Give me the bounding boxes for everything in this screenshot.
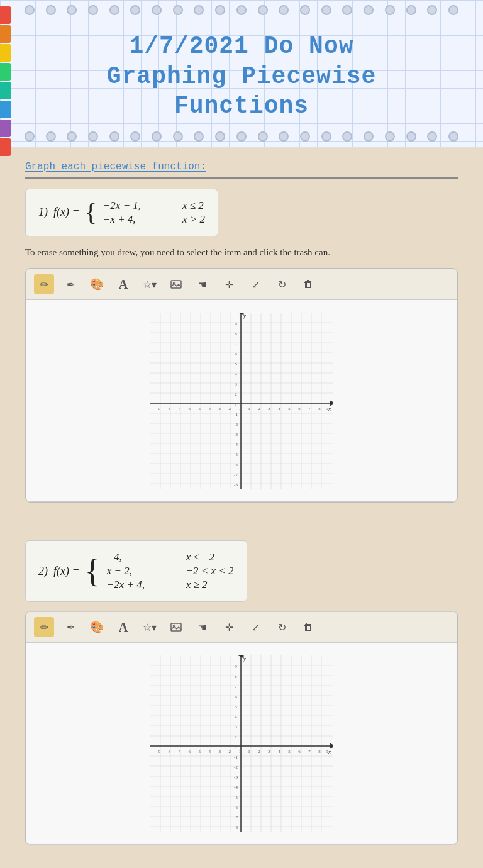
svg-text:-4: -4: [207, 406, 211, 411]
hole: [88, 131, 98, 142]
text-button-2[interactable]: A: [113, 617, 133, 637]
hole: [25, 131, 35, 142]
trash-button-2[interactable]: 🗑: [298, 617, 318, 637]
pen-button[interactable]: ✒: [60, 274, 80, 294]
svg-text:-1: -1: [237, 749, 241, 754]
case-2-cond-3: x ≥ 2: [186, 579, 208, 591]
tab-red: [0, 6, 11, 24]
hole: [109, 5, 119, 15]
hole: [448, 131, 458, 142]
svg-text:-4: -4: [234, 785, 238, 790]
case-1-expr-2: −x + 4,: [103, 213, 172, 226]
svg-text:1: 1: [235, 402, 237, 407]
trash-button[interactable]: 🗑: [298, 274, 318, 294]
svg-text:3: 3: [235, 725, 237, 730]
svg-text:-2: -2: [227, 749, 231, 754]
svg-rect-75: [171, 623, 181, 631]
hole: [236, 131, 247, 142]
svg-text:-2: -2: [234, 765, 238, 770]
case-1-cond-1: x ≤ 2: [182, 199, 204, 212]
hole: [279, 5, 289, 15]
svg-text:-3: -3: [234, 432, 238, 437]
graph-container-2: x y -9 -8 -7 -6 -5 -4 -3 -2 -1 1 2: [26, 643, 457, 845]
hole: [67, 131, 77, 142]
hole: [173, 131, 183, 142]
pen-button-2[interactable]: ✒: [60, 617, 80, 637]
svg-text:-4: -4: [234, 442, 238, 447]
hole: [130, 5, 140, 15]
svg-text:-1: -1: [237, 406, 241, 411]
svg-text:3: 3: [235, 382, 237, 387]
expand-button-2[interactable]: ⤢: [245, 617, 265, 637]
piecewise-1: { −2x − 1, x ≤ 2 −x + 4, x > 2: [85, 199, 205, 226]
image-button[interactable]: [166, 274, 186, 294]
hole: [173, 5, 183, 15]
hole: [427, 131, 437, 142]
graph-svg-2: x y -9 -8 -7 -6 -5 -4 -3 -2 -1 1 2: [150, 655, 333, 832]
svg-text:6: 6: [235, 352, 237, 357]
svg-text:4: 4: [278, 749, 280, 754]
tab-blue: [0, 101, 11, 118]
tab-teal: [0, 82, 11, 99]
svg-text:-8: -8: [167, 406, 170, 411]
svg-text:-1: -1: [234, 755, 238, 760]
svg-text:2: 2: [235, 392, 237, 397]
hole: [258, 5, 268, 15]
expand-button[interactable]: ⤢: [245, 274, 265, 294]
function-2-box: 2) f(x) = { −4, x ≤ −2 x − 2, −2 < x < 2: [25, 540, 247, 602]
problem-2-section: 2) f(x) = { −4, x ≤ −2 x − 2, −2 < x < 2: [25, 540, 458, 845]
svg-text:7: 7: [235, 342, 237, 347]
svg-text:-8: -8: [234, 825, 238, 830]
move-button[interactable]: ✛: [219, 274, 239, 294]
svg-text:6: 6: [298, 406, 301, 411]
star-button[interactable]: ☆▾: [140, 274, 160, 294]
svg-text:-5: -5: [234, 452, 238, 457]
svg-text:7: 7: [235, 684, 237, 689]
svg-text:3: 3: [268, 406, 270, 411]
hole: [25, 5, 35, 15]
refresh-button-2[interactable]: ↻: [272, 617, 292, 637]
graph-area-1: x y -9 -8 -7 -6 -5 -4 -3 -2 -1 1: [150, 313, 333, 489]
case-2-expr-2: x − 2,: [107, 565, 176, 577]
svg-text:9: 9: [326, 406, 328, 411]
hole: [236, 5, 247, 15]
hole: [279, 131, 289, 142]
piecewise-2: { −4, x ≤ −2 x − 2, −2 < x < 2 −2x + 4,: [85, 551, 234, 591]
star-button-2[interactable]: ☆▾: [140, 617, 160, 637]
hole: [300, 131, 310, 142]
svg-text:4: 4: [235, 372, 237, 377]
text-button[interactable]: A: [113, 274, 133, 294]
image-button-2[interactable]: [166, 617, 186, 637]
color-button[interactable]: 🎨: [87, 274, 107, 294]
hand-button[interactable]: ☚: [192, 274, 213, 294]
cases-2: −4, x ≤ −2 x − 2, −2 < x < 2 −2x + 4, x …: [107, 551, 234, 591]
svg-text:9: 9: [235, 321, 237, 326]
svg-text:6: 6: [298, 749, 301, 754]
brace-icon-2: {: [85, 555, 101, 587]
svg-text:x: x: [328, 748, 331, 755]
case-1-row-1: −2x − 1, x ≤ 2: [103, 199, 205, 212]
svg-text:2: 2: [258, 406, 260, 411]
pencil-button[interactable]: ✏: [34, 274, 54, 294]
pencil-button-2[interactable]: ✏: [34, 617, 54, 637]
hole: [88, 5, 98, 15]
hole: [109, 131, 119, 142]
svg-rect-0: [171, 281, 181, 288]
move-button-2[interactable]: ✛: [219, 617, 239, 637]
spacer-1: [25, 521, 458, 540]
hole: [448, 5, 458, 15]
svg-text:7: 7: [308, 749, 311, 754]
svg-text:-9: -9: [157, 406, 160, 411]
tab-yellow: [0, 44, 11, 62]
color-button-2[interactable]: 🎨: [87, 617, 107, 637]
hole: [46, 131, 56, 142]
hole: [427, 5, 437, 15]
hand-button-2[interactable]: ☚: [192, 617, 213, 637]
tab-orange: [0, 25, 11, 43]
graph-area-2: x y -9 -8 -7 -6 -5 -4 -3 -2 -1 1 2: [150, 655, 333, 832]
refresh-button[interactable]: ↻: [272, 274, 292, 294]
svg-text:8: 8: [235, 331, 237, 337]
case-2-row-2: x − 2, −2 < x < 2: [107, 565, 234, 577]
page-title: 1/7/2021 Do Now Graphing Piecewise Funct…: [25, 31, 458, 121]
svg-text:-4: -4: [207, 749, 211, 754]
